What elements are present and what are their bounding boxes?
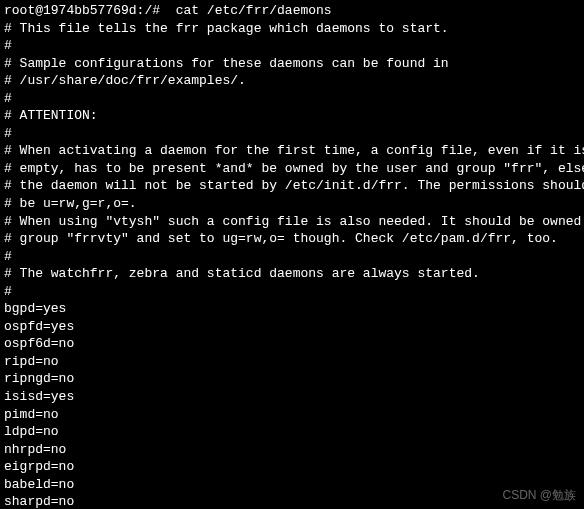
comment-line: # xyxy=(4,125,580,143)
terminal-output[interactable]: root@1974bb57769d:/# cat /etc/frr/daemon… xyxy=(4,2,580,509)
daemon-config-line: eigrpd=no xyxy=(4,458,580,476)
comment-line: # xyxy=(4,248,580,266)
daemon-config-line: ospfd=yes xyxy=(4,318,580,336)
watermark-text: CSDN @勉族 xyxy=(502,487,576,503)
comment-line: # When activating a daemon for the first… xyxy=(4,142,580,160)
comment-line: # xyxy=(4,283,580,301)
comment-line: # group "frrvty" and set to ug=rw,o= tho… xyxy=(4,230,580,248)
comment-line: # xyxy=(4,90,580,108)
comment-line: # Sample configurations for these daemon… xyxy=(4,55,580,73)
daemon-config-line: babeld=no xyxy=(4,476,580,494)
daemon-config-line: ldpd=no xyxy=(4,423,580,441)
shell-prompt-line: root@1974bb57769d:/# cat /etc/frr/daemon… xyxy=(4,2,580,20)
comment-line: # When using "vtysh" such a config file … xyxy=(4,213,580,231)
comment-line: # xyxy=(4,37,580,55)
comment-line: # ATTENTION: xyxy=(4,107,580,125)
daemon-config-line: pimd=no xyxy=(4,406,580,424)
daemon-config-line: ripngd=no xyxy=(4,370,580,388)
comment-line: # empty, has to be present *and* be owne… xyxy=(4,160,580,178)
file-comments: # This file tells the frr package which … xyxy=(4,20,580,301)
daemon-config-line: nhrpd=no xyxy=(4,441,580,459)
daemon-config-line: bgpd=yes xyxy=(4,300,580,318)
comment-line: # be u=rw,g=r,o=. xyxy=(4,195,580,213)
daemon-config-line: ripd=no xyxy=(4,353,580,371)
comment-line: # The watchfrr, zebra and staticd daemon… xyxy=(4,265,580,283)
comment-line: # This file tells the frr package which … xyxy=(4,20,580,38)
daemon-config-list: bgpd=yesospfd=yesospf6d=noripd=noripngd=… xyxy=(4,300,580,509)
comment-line: # the daemon will not be started by /etc… xyxy=(4,177,580,195)
daemon-config-line: ospf6d=no xyxy=(4,335,580,353)
comment-line: # /usr/share/doc/frr/examples/. xyxy=(4,72,580,90)
daemon-config-line: sharpd=no xyxy=(4,493,580,509)
daemon-config-line: isisd=yes xyxy=(4,388,580,406)
